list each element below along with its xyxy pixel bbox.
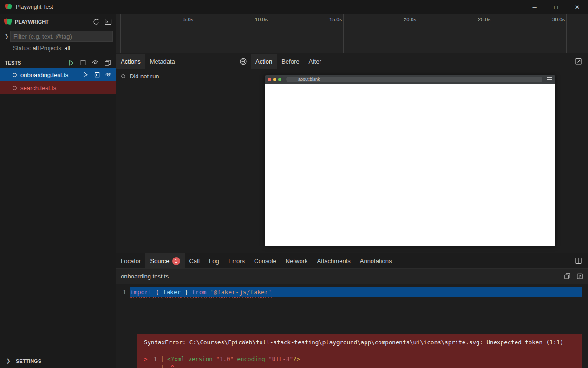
source-line-1: 1 import { faker } from '@faker-js/faker… [116,287,588,297]
tab-annotations[interactable]: Annotations [355,253,397,268]
playwright-masks-icon [4,17,12,27]
syntax-error-block: SyntaxError: C:\Courses\EpicWeb\full-sta… [137,334,582,368]
timeline-gridline [195,14,195,53]
error-count-badge: 1 [172,257,180,265]
tests-section-header: TESTS [0,57,116,68]
did-not-run-row: Did not run [116,69,232,84]
timeline-gridline [566,14,567,53]
split-columns-icon[interactable] [575,257,582,265]
tab-console[interactable]: Console [249,253,281,268]
blank-page [265,84,555,246]
tab-errors[interactable]: Errors [224,253,249,268]
chevron-right-icon[interactable]: ❯ [3,33,10,39]
timeline-gridline [492,14,492,53]
status-circle-icon [121,74,126,79]
highlighted-line: import { faker } from '@faker-js/faker' [130,287,582,297]
tab-network[interactable]: Network [281,253,313,268]
timeline-gridline [418,14,418,53]
copy-icon[interactable] [564,273,571,280]
timeline[interactable]: 5.0s 10.0s 15.0s 20.0s 25.0s 30.0s [116,14,588,53]
code-text: import { faker } from '@faker-js/faker' [130,289,272,296]
playwright-masks-icon [5,3,12,12]
did-not-run-label: Did not run [130,73,159,80]
timeline-tick-label: 15.0s [329,17,343,22]
source-code-view: 1 import { faker } from '@faker-js/faker… [116,284,588,368]
settings-section-title: SETTINGS [16,358,41,364]
window-title: Playwright Test [16,4,53,10]
timeline-tick-label: 10.0s [255,17,269,22]
tab-locator[interactable]: Locator [116,253,145,268]
open-external-icon[interactable] [575,58,588,65]
run-all-icon[interactable] [68,59,75,66]
chevron-right-icon: ❯ [5,358,12,364]
window-controls: ─ □ ✕ [524,0,588,14]
details-panel: Locator Source 1 Call Log Errors Console… [116,253,588,368]
playwright-section-header: PLAYWRIGHT [0,14,116,30]
timeline-gridline [269,14,269,53]
tab-after[interactable]: After [304,54,326,69]
tests-section-title: TESTS [5,60,21,65]
maximize-button[interactable]: □ [545,0,567,14]
tab-actions[interactable]: Actions [116,54,145,69]
page-snapshot: about:blank [265,75,555,246]
filter-row: ❯ [0,31,116,42]
snapshot-panel: Action Before After about:blank [233,54,588,253]
filter-input[interactable] [10,31,113,42]
status-value[interactable]: all [33,45,39,52]
test-status-circle-icon [12,72,17,77]
timeline-tick-label: 30.0s [552,17,566,22]
browser-chrome: about:blank [265,75,555,84]
tab-metadata[interactable]: Metadata [145,54,180,69]
test-file-name[interactable]: onboarding.test.ts [20,71,68,78]
error-message: SyntaxError: C:\Courses\EpicWeb\full-sta… [144,338,582,347]
timeline-tick-label: 20.0s [404,17,418,22]
tab-source[interactable]: Source 1 [145,253,184,268]
actions-tabbar: Actions Metadata [116,54,232,69]
browser-dot-yellow-icon [273,78,276,81]
stop-icon[interactable] [80,59,86,66]
timeline-gridline [120,14,121,53]
test-status-circle-icon [12,85,17,90]
test-row-onboarding[interactable]: onboarding.test.ts [0,68,116,81]
snapshot-tabbar: Action Before After [233,54,588,69]
test-file-name[interactable]: search.test.ts [20,84,56,91]
open-external-icon[interactable] [576,273,583,280]
tab-attachments[interactable]: Attachments [312,253,355,268]
settings-section-header[interactable]: ❯ SETTINGS [0,355,116,367]
tab-log[interactable]: Log [204,253,224,268]
sidebar: PLAYWRIGHT ❯ Status: all Proj [0,14,116,368]
source-file-name: onboarding.test.ts [121,273,169,280]
watch-all-icon[interactable] [91,59,99,66]
browser-dot-red-icon [268,78,271,81]
eye-icon[interactable] [105,71,112,78]
target-icon[interactable] [239,58,247,65]
playwright-test-window: Playwright Test ─ □ ✕ PLAYWRIGHT [0,0,588,368]
error-frame-caret-line: | ^ [144,363,582,368]
playwright-section-title: PLAYWRIGHT [15,19,49,25]
tab-call[interactable]: Call [185,253,204,268]
terminal-icon[interactable] [105,18,112,26]
refresh-icon[interactable] [92,18,100,26]
timeline-tick-label: 25.0s [478,17,492,22]
status-label: Status: [13,45,31,52]
source-file-header: onboarding.test.ts [116,269,588,284]
address-bar: about:blank [286,77,542,82]
projects-label: Projects: [40,45,63,52]
title-bar: Playwright Test ─ □ ✕ [0,0,588,14]
address-url: about:blank [298,77,320,82]
minimize-button[interactable]: ─ [524,0,545,14]
test-row-search[interactable]: search.test.ts [0,81,116,94]
timeline-tick-label: 5.0s [183,17,195,22]
tab-before[interactable]: Before [277,54,304,69]
projects-value[interactable]: all [65,45,71,52]
browser-dot-green-icon [278,78,281,81]
timeline-gridline [343,14,344,53]
source-file-icon[interactable] [93,71,100,78]
tab-action[interactable]: Action [251,54,277,69]
status-line: Status: all Projects: all [0,42,116,54]
actions-panel: Actions Metadata Did not run [116,54,232,253]
collapse-all-icon[interactable] [104,59,111,66]
close-button[interactable]: ✕ [567,0,588,14]
line-number: 1 [116,289,130,296]
play-icon[interactable] [82,71,89,78]
